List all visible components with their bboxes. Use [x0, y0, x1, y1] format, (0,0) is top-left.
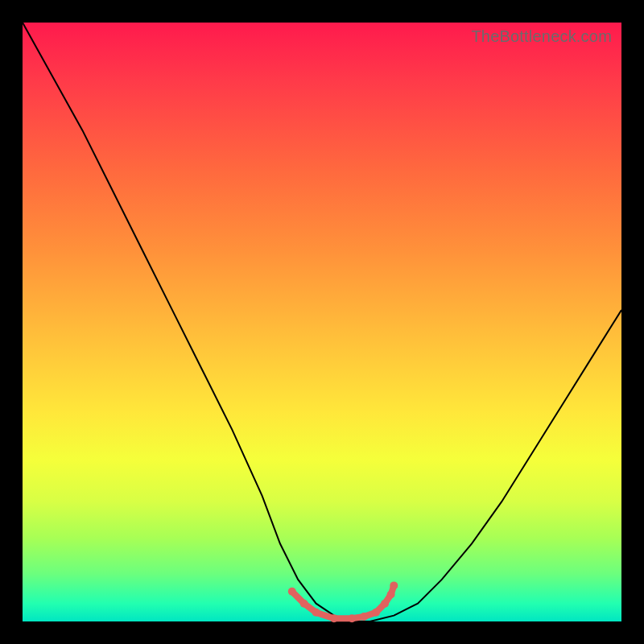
marker-dot — [381, 600, 389, 608]
bottleneck-curve — [23, 23, 621, 621]
marker-dot — [300, 600, 308, 608]
marker-dot — [360, 613, 368, 621]
chart-frame: TheBottleneck.com — [0, 0, 644, 644]
marker-dot — [390, 581, 398, 589]
plot-area: TheBottleneck.com — [23, 23, 621, 621]
marker-dot — [372, 609, 380, 617]
marker-dot — [312, 609, 320, 617]
marker-dot — [330, 614, 338, 622]
chart-svg — [23, 23, 621, 621]
marker-dot — [348, 614, 356, 622]
marker-dot — [387, 591, 395, 599]
marker-dot — [288, 588, 296, 596]
